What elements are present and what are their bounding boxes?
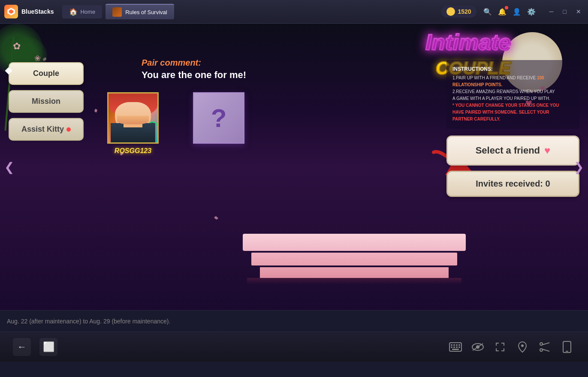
svg-rect-8 <box>451 347 452 348</box>
game-area: ✿ ❀ ✿ Intimate COUPLE Couple Mission Ass… <box>0 24 588 310</box>
player-avatar-1 <box>107 92 159 144</box>
svg-rect-7 <box>458 344 460 346</box>
game-tab-label: Rules of Survival <box>125 9 167 15</box>
maximize-button[interactable]: □ <box>561 7 569 16</box>
instruction-warning-2: HAVE PAIRED WITH SOMEONE. SELECT YOUR <box>452 110 549 115</box>
account-icon[interactable]: 👤 <box>513 8 521 16</box>
right-panel: INSTRUCTIONS: 1.PAIR UP WITH A FRIEND AN… <box>446 60 579 197</box>
svg-rect-6 <box>456 344 458 346</box>
instruction-1: 1.PAIR UP WITH A FRIEND AND RECEIVE 100 <box>452 75 544 80</box>
svg-line-20 <box>542 349 549 351</box>
back-button[interactable]: ← <box>13 338 31 356</box>
home-tab[interactable]: 🏠 Home <box>62 5 102 18</box>
highlight-100: 100 <box>537 75 544 80</box>
platform-layer-3 <box>260 267 449 278</box>
svg-rect-4 <box>451 344 452 346</box>
svg-rect-10 <box>456 347 458 348</box>
titlebar-icons: 🔍 🔔 👤 ⚙️ <box>483 8 536 16</box>
fullscreen-icon <box>495 342 505 352</box>
players-area: ROSGG123 ? <box>107 92 244 155</box>
svg-rect-12 <box>452 349 459 350</box>
game-tab[interactable]: Rules of Survival <box>106 4 174 19</box>
bottom-nav-left: ← ⬜ <box>13 338 57 356</box>
mission-button[interactable]: Mission <box>9 90 84 113</box>
select-friend-button[interactable]: Select a friend ♥ <box>446 136 579 166</box>
coin-display: 1520 <box>441 6 476 18</box>
phone-icon <box>563 341 571 353</box>
map-icon <box>518 341 527 353</box>
map-button[interactable] <box>514 339 531 355</box>
assist-dot <box>66 127 71 132</box>
blossom-2: ❀ <box>34 54 41 63</box>
eye-icon <box>472 343 484 351</box>
couple-button[interactable]: Couple <box>9 62 84 85</box>
home-button[interactable]: ⬜ <box>39 338 57 356</box>
avatar-body <box>111 123 155 142</box>
platform-layer-1 <box>243 234 466 251</box>
highlight-rel: RELATIONSHIP POINTS. <box>452 82 502 87</box>
window-controls: ─ □ ✕ <box>547 7 584 16</box>
player-card-1: ROSGG123 <box>107 92 159 155</box>
instruction-2: 2.RECEIVE AMAZING REWARDS WHEN YOU PLAY <box>452 89 555 94</box>
game-icon <box>112 7 122 17</box>
keyboard-button[interactable] <box>447 339 464 355</box>
coin-amount: 1520 <box>458 8 471 15</box>
bottombar: ← ⬜ <box>0 332 588 362</box>
minimize-button[interactable]: ─ <box>547 7 556 16</box>
question-mark: ? <box>211 103 227 133</box>
instructions-box: INSTRUCTIONS: 1.PAIR UP WITH A FRIEND AN… <box>446 60 579 129</box>
blossom-1: ✿ <box>13 41 21 52</box>
status-text: Aug. 22 (after maintenance) to Aug. 29 (… <box>7 318 170 325</box>
mystery-player-card: ? <box>193 92 244 144</box>
svg-rect-5 <box>453 344 455 346</box>
settings-icon[interactable]: ⚙️ <box>527 8 536 16</box>
app-name: BlueStacks <box>21 8 54 15</box>
pair-comment-area: Pair comment: You are the one for me! <box>142 58 246 81</box>
statusbar: Aug. 22 (after maintenance) to Aug. 29 (… <box>0 310 588 332</box>
scissors-icon <box>539 342 550 352</box>
screenshot-button[interactable] <box>537 339 553 355</box>
device-button[interactable] <box>559 339 575 355</box>
visibility-button[interactable] <box>470 339 486 355</box>
svg-rect-11 <box>458 347 460 348</box>
instructions-body: 1.PAIR UP WITH A FRIEND AND RECEIVE 100 … <box>452 75 573 123</box>
keyboard-icon <box>449 342 462 352</box>
invites-button[interactable]: Invites received: 0 <box>446 171 579 197</box>
svg-point-16 <box>521 344 524 347</box>
bluestacks-logo <box>4 5 18 18</box>
fullscreen-button[interactable] <box>492 339 508 355</box>
bluestacks-logo-area: BlueStacks <box>4 5 54 18</box>
select-friend-heart: ♥ <box>544 145 550 157</box>
platform-layer-2 <box>251 253 457 265</box>
select-friend-label: Select a friend <box>476 145 540 156</box>
bottom-nav-right <box>447 339 575 355</box>
instructions-title: INSTRUCTIONS: <box>452 66 573 72</box>
instruction-1b: RELATIONSHIP POINTS. <box>452 82 502 87</box>
assist-kitty-label: Assist Kitty <box>21 125 64 134</box>
instruction-warning: * YOU CANNOT CHANGE YOUR STATUS ONCE YOU <box>452 103 559 108</box>
pair-comment-label: Pair comment: <box>142 58 246 68</box>
avatar-chin <box>117 116 149 124</box>
home-icon: ⬜ <box>43 341 54 353</box>
svg-line-19 <box>542 343 549 345</box>
pair-comment-text: You are the one for me! <box>142 69 246 81</box>
assist-kitty-button[interactable]: Assist Kitty <box>9 118 84 141</box>
back-icon: ← <box>17 341 27 353</box>
search-icon[interactable]: 🔍 <box>483 8 492 16</box>
home-icon: 🏠 <box>69 8 78 16</box>
notification-icon[interactable]: 🔔 <box>498 8 507 16</box>
home-tab-label: Home <box>80 9 95 15</box>
close-button[interactable]: ✕ <box>573 7 584 16</box>
svg-rect-9 <box>453 347 455 348</box>
left-arrow-deco: ❮ <box>4 160 14 174</box>
right-arrow-deco: ❯ <box>574 160 584 174</box>
platform-shadow <box>247 278 461 284</box>
notif-badge <box>505 6 508 9</box>
left-menu: Couple Mission Assist Kitty <box>9 62 84 141</box>
coin-icon <box>446 7 455 16</box>
titlebar: BlueStacks 🏠 Home Rules of Survival 1520… <box>0 0 588 24</box>
instruction-warning-3: PARTNER CAREFULLY. <box>452 117 501 121</box>
instruction-2b: A GAME WITH A PLAYER YOU PAIRED UP WITH. <box>452 96 550 101</box>
titlebar-right: 1520 🔍 🔔 👤 ⚙️ ─ □ ✕ <box>441 6 584 18</box>
platform-stage <box>77 234 588 284</box>
